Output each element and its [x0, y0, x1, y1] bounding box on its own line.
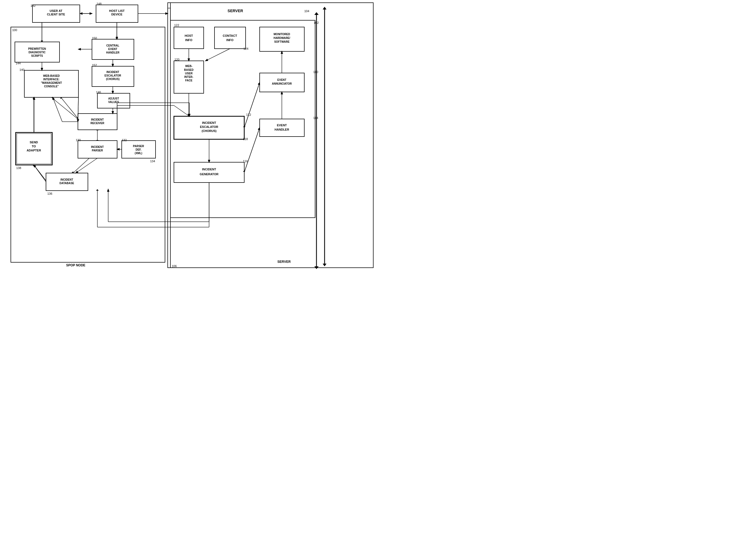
svg-text:WEB-: WEB-	[185, 65, 193, 68]
svg-line-32	[78, 97, 78, 122]
svg-text:INCIDENT: INCIDENT	[91, 118, 104, 121]
svg-text:150: 150	[92, 37, 97, 40]
svg-marker-37	[96, 140, 99, 141]
svg-line-160	[244, 82, 260, 128]
svg-rect-4	[32, 5, 80, 22]
svg-rect-8	[92, 66, 134, 87]
svg-rect-11	[16, 132, 52, 165]
svg-marker-143	[115, 38, 118, 39]
svg-text:"MANAGEMENT: "MANAGEMENT	[41, 81, 62, 84]
svg-text:SCRIPTS: SCRIPTS	[31, 54, 43, 57]
svg-text:CENTRAL: CENTRAL	[106, 44, 119, 47]
svg-marker-60	[314, 12, 319, 15]
svg-marker-159	[243, 171, 245, 172]
svg-text:DEF.: DEF.	[136, 148, 141, 151]
svg-text:DIAGNOSTIC: DIAGNOSTIC	[29, 51, 46, 54]
svg-text:136: 136	[47, 192, 52, 195]
svg-text:TO: TO	[32, 145, 36, 148]
svg-line-150	[34, 165, 46, 181]
svg-text:SERVER: SERVER	[277, 260, 290, 264]
svg-marker-161	[243, 127, 246, 128]
svg-rect-9	[97, 93, 130, 108]
svg-marker-157	[188, 115, 189, 116]
svg-text:PREWRITTEN: PREWRITTEN	[28, 47, 46, 50]
svg-text:DATABASE: DATABASE	[60, 182, 74, 185]
svg-text:INTERFACE:: INTERFACE:	[43, 78, 60, 81]
svg-rect-17	[174, 27, 204, 49]
svg-line-40	[76, 158, 97, 173]
svg-text:HARDWARE/: HARDWARE/	[273, 37, 290, 39]
svg-marker-165	[323, 7, 326, 9]
svg-marker-145	[77, 117, 78, 119]
svg-text:MONITORED: MONITORED	[274, 33, 290, 36]
svg-text:148: 148	[97, 2, 101, 5]
svg-text:VALUES: VALUES	[108, 101, 119, 104]
svg-text:FACE: FACE	[185, 79, 193, 82]
svg-text:118: 118	[243, 137, 248, 141]
svg-marker-151	[33, 165, 35, 166]
svg-rect-15	[122, 141, 156, 158]
svg-text:ESCALATOR: ESCALATOR	[200, 125, 218, 128]
svg-text:CLIENT SITE: CLIENT SITE	[47, 13, 65, 16]
svg-text:124: 124	[243, 47, 248, 50]
svg-line-48	[206, 49, 230, 61]
svg-text:INTER-: INTER-	[184, 75, 193, 78]
svg-text:112: 112	[246, 113, 251, 116]
svg-rect-19	[174, 61, 204, 93]
diagram-arrows: SPOP NODE 100 SERVER 104 106 102 USER AT…	[0, 0, 379, 275]
svg-text:CONTACT: CONTACT	[223, 34, 237, 37]
svg-text:HANDLER: HANDLER	[275, 128, 289, 131]
svg-rect-14	[78, 141, 117, 158]
svg-marker-147	[60, 97, 62, 99]
svg-text:PARSER: PARSER	[92, 149, 103, 152]
svg-text:SERVER: SERVER	[227, 9, 243, 13]
svg-rect-5	[96, 5, 138, 22]
svg-text:INFO: INFO	[226, 38, 234, 42]
svg-text:RECEIVER: RECEIVER	[90, 122, 104, 125]
svg-text:144: 144	[16, 62, 21, 65]
svg-text:140: 140	[19, 68, 24, 71]
svg-text:(XML): (XML)	[135, 152, 142, 155]
svg-text:INCIDENT: INCIDENT	[60, 178, 73, 181]
svg-text:104: 104	[304, 9, 309, 13]
svg-marker-149	[72, 171, 74, 173]
svg-text:100: 100	[12, 28, 17, 32]
svg-line-35	[53, 97, 62, 122]
svg-text:EVENT: EVENT	[108, 48, 117, 51]
svg-rect-1	[11, 27, 165, 262]
svg-rect-10	[24, 70, 78, 97]
svg-line-144	[51, 97, 78, 119]
svg-text:HOST LIST: HOST LIST	[109, 9, 125, 12]
svg-text:SEND: SEND	[30, 141, 38, 144]
svg-rect-2	[170, 20, 315, 218]
svg-marker-163	[323, 264, 326, 266]
svg-text:HANDLER: HANDLER	[106, 51, 120, 54]
svg-rect-7	[92, 39, 134, 59]
svg-text:ESCALATOR: ESCALATOR	[104, 74, 121, 77]
svg-text:INCIDENT: INCIDENT	[202, 121, 216, 124]
svg-rect-12	[17, 134, 51, 164]
svg-text:INCIDENT: INCIDENT	[91, 145, 104, 148]
svg-text:138: 138	[16, 166, 21, 170]
svg-rect-23	[260, 73, 304, 92]
svg-rect-13	[78, 114, 117, 130]
svg-text:SPOP NODE: SPOP NODE	[66, 263, 85, 267]
svg-text:USER AT: USER AT	[49, 9, 62, 12]
svg-text:SOFTWARE: SOFTWARE	[274, 40, 290, 43]
svg-rect-16	[46, 173, 88, 191]
svg-rect-22	[260, 27, 304, 51]
svg-line-50	[244, 128, 260, 172]
svg-rect-24	[260, 119, 304, 137]
svg-text:WEB-BASED: WEB-BASED	[43, 74, 60, 77]
svg-rect-18	[214, 27, 246, 49]
svg-marker-141	[41, 41, 43, 42]
svg-text:BASED: BASED	[184, 68, 193, 71]
svg-marker-59	[314, 266, 319, 269]
svg-text:INCIDENT: INCIDENT	[106, 71, 119, 74]
svg-text:134: 134	[150, 160, 155, 163]
svg-line-146	[61, 97, 78, 119]
svg-text:142: 142	[31, 4, 35, 7]
svg-text:EVENT: EVENT	[277, 124, 287, 127]
svg-text:122: 122	[174, 24, 179, 27]
svg-line-158	[244, 128, 260, 172]
